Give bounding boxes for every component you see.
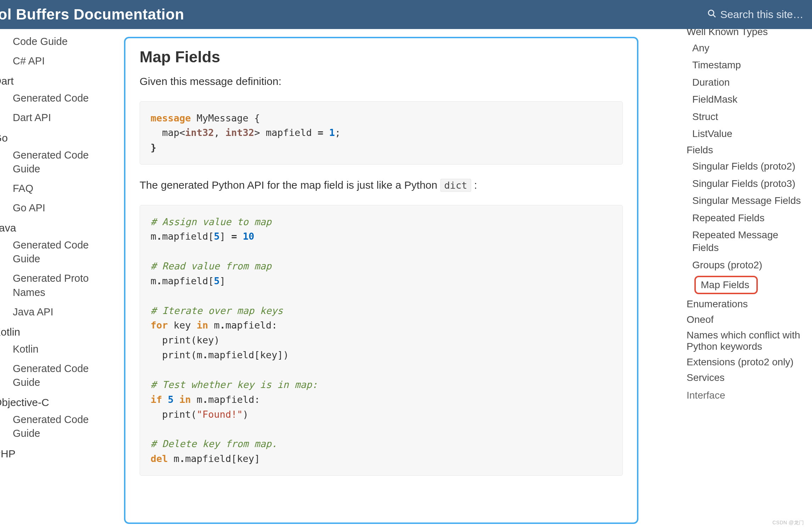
code-token: . [202,349,208,360]
toc-item[interactable]: ListValue [685,125,806,142]
code-token: mapfield: [208,394,260,405]
code-token: 1 [323,127,335,138]
code-token: message [151,113,191,124]
code-token: mapfield[ [162,275,214,286]
toc-item[interactable]: Names which conflict with Python keyword… [685,327,806,354]
code-token: mapfield[key] [185,453,260,464]
toc-item[interactable]: Services [685,370,806,386]
toc-item[interactable]: Enumerations [685,296,806,312]
toc-item[interactable]: Oneof [685,312,806,327]
nav-item[interactable]: Generated Code Guide [0,410,106,443]
nav-item[interactable]: Generated Code [0,88,106,108]
nav-item[interactable]: Code Guide [0,32,106,51]
code-token: . [156,275,162,286]
code-token: m [208,320,220,331]
code-token [162,394,168,405]
toc-item[interactable]: Struct [685,108,806,125]
content-highlight-box: Map Fields Given this message definition… [124,37,638,524]
toc-item[interactable]: Repeated Fields [685,210,806,227]
nav-item[interactable]: Dart API [0,108,106,127]
nav-group[interactable]: Dart [0,71,106,88]
code-token: 10 [237,231,254,242]
nav-item[interactable]: Go API [0,198,106,218]
toc-item[interactable]: Repeated Message Fields [685,227,806,257]
code-token: m [168,453,180,464]
code-token: > mapfield [254,127,318,138]
code-comment: # Read value from map [151,261,271,272]
code-token: map< [151,127,185,138]
nav-group[interactable]: Objective-C [0,392,106,410]
code-token: . [202,394,208,405]
nav-group[interactable]: Go [0,128,106,145]
site-title: tocol Buffers Documentation [0,6,184,23]
code-token: . [156,231,162,242]
nav-item[interactable]: FAQ [0,179,106,198]
nav-item[interactable]: Generated Code Guide [0,235,106,269]
code-token: int32 [185,127,214,138]
toc-item[interactable]: Singular Message Fields [685,192,806,209]
watermark: CSDN @龙门 [772,520,804,526]
svg-point-0 [709,10,714,15]
svg-line-1 [713,15,715,17]
code-comment: # Iterate over map keys [151,305,283,316]
toc-item[interactable]: Extensions (proto2 only) [685,354,806,370]
nav-group[interactable]: PHP [0,444,106,461]
code-token: = [231,231,237,242]
code-token: ] [220,231,231,242]
proto-code-block: message MyMessage { map<int32, int32> ma… [140,101,623,165]
code-token: } [151,142,156,153]
search-placeholder: Search this site… [720,8,803,21]
code-token [174,394,179,405]
code-token: ] [220,275,225,286]
toc-item-cutoff[interactable]: Well Known Types [685,29,806,40]
code-token: del [151,453,168,464]
code-token: MyMessage { [191,113,260,124]
toc-item[interactable]: Any [685,40,806,57]
nav-item[interactable]: Kotlin [0,339,106,359]
toc-item[interactable]: Singular Fields (proto2) [685,158,806,175]
toc-item[interactable]: Singular Fields (proto3) [685,175,806,192]
toc-item[interactable]: FieldMask [685,91,806,108]
toc-item-active[interactable]: Map Fields [694,276,758,294]
code-token: in [197,320,208,331]
code-token: key [168,320,197,331]
code-token: . [220,320,225,331]
search-box[interactable]: Search this site… [707,8,803,21]
nav-item[interactable]: Java API [0,302,106,322]
code-token: int32 [225,127,254,138]
toc-item[interactable]: Timestamp [685,57,806,74]
nav-item[interactable]: Generated Proto Names [0,269,106,302]
toc-item[interactable]: Groups (proto2) [685,257,806,274]
code-token: , [214,127,226,138]
nav-item[interactable]: C# API [0,51,106,71]
code-token: mapfield[key]) [208,349,289,360]
site-header: tocol Buffers Documentation Search this … [0,0,812,29]
code-comment: # Delete key from map. [151,438,277,449]
code-token: ) [243,409,248,420]
code-token: mapfield[ [162,231,214,242]
code-token: = [317,127,323,138]
code-token: 5 [214,275,220,286]
toc-item[interactable]: Map Fields [685,274,806,296]
nav-item[interactable]: Generated Code Guide [0,145,106,179]
code-comment: # Test whether key is in map: [151,379,317,390]
code-token: if [151,394,162,405]
toc-item[interactable]: Fields [685,142,806,158]
code-token: print( [151,409,197,420]
intro-paragraph: Given this message definition: [140,74,623,89]
python-code-block: # Assign value to map m.mapfield[5] = 10… [140,205,623,476]
section-heading: Map Fields [140,48,623,66]
toc-item[interactable]: Duration [685,74,806,91]
main-content: Map Fields Given this message definition… [106,29,681,531]
code-token: 5 [168,394,174,405]
inline-code: dict [440,179,471,192]
code-token: print(key) [151,335,220,346]
toc-item-cutoff[interactable]: Interface [685,388,806,403]
api-paragraph: The generated Python API for the map fie… [140,177,623,193]
nav-item[interactable]: Generated Code Guide [0,359,106,392]
code-token: for [151,320,168,331]
code-token: . [179,453,185,464]
nav-group[interactable]: Kotlin [0,322,106,339]
nav-group[interactable]: Java [0,218,106,235]
code-token: ; [335,127,340,138]
